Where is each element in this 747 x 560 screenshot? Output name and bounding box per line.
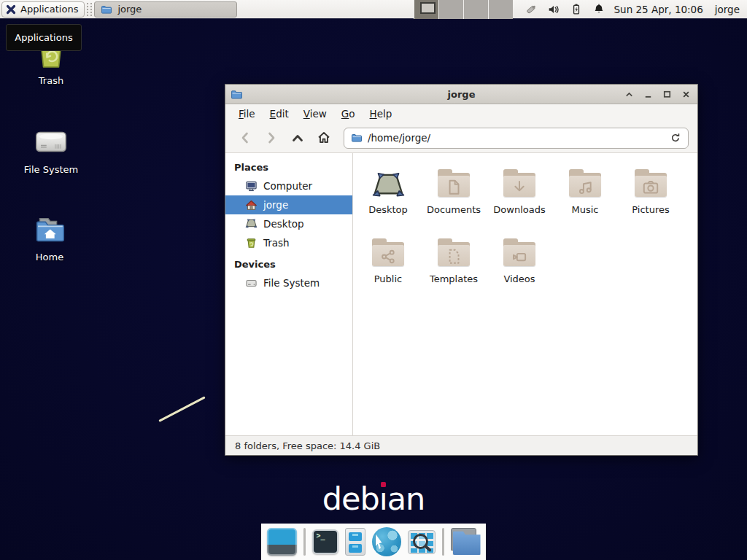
folder-label: Downloads — [493, 204, 545, 215]
folder-item-documents[interactable]: Documents — [422, 166, 486, 235]
dock — [261, 524, 486, 560]
panel-clock[interactable]: Sun 25 Apr, 10:06 — [614, 4, 703, 15]
sidebar-item-icon — [245, 218, 258, 230]
folder-item-videos[interactable]: Videos — [487, 235, 551, 304]
menu-bar: File Edit View Go Help — [225, 104, 697, 123]
dock-separator — [303, 528, 306, 556]
debian-logo-dot — [381, 482, 386, 487]
window-controls — [623, 88, 692, 101]
hard-drive-icon — [13, 121, 89, 162]
sidebar-item-computer[interactable]: Computer — [225, 176, 352, 195]
sidebar-item-icon — [245, 237, 258, 249]
path-input[interactable] — [368, 132, 665, 144]
applications-menu-label: Applications — [20, 4, 78, 15]
home-folder-icon — [12, 209, 88, 249]
taskbar-window-label: jorge — [117, 4, 142, 15]
menu-edit[interactable]: Edit — [263, 106, 296, 122]
home-button[interactable] — [313, 128, 335, 148]
maximize-button[interactable] — [661, 88, 673, 101]
workspace-window-preview — [420, 2, 436, 14]
panel-handle[interactable] — [87, 3, 92, 16]
notifications-bell-icon[interactable] — [592, 3, 605, 16]
folder-glyph-icon — [502, 166, 537, 201]
folder-item-templates[interactable]: Templates — [422, 235, 486, 304]
sidebar-item-label: Trash — [263, 237, 290, 249]
web-browser-icon[interactable] — [372, 527, 401, 556]
cursor-trail — [158, 396, 205, 421]
sidebar-item-trash[interactable]: Trash — [225, 233, 352, 252]
folder-icon — [371, 166, 406, 201]
sidebar-item-jorge[interactable]: jorge — [225, 195, 352, 214]
desktop-icon-label: Trash — [13, 75, 89, 86]
desktop-icon-file-system[interactable]: File System — [13, 121, 89, 175]
taskbar-window-button[interactable]: jorge — [94, 1, 237, 18]
sidebar-item-label: jorge — [263, 199, 288, 211]
folder-glyph-icon — [502, 235, 537, 270]
sidebar: Places Computer jorge Desktop — [225, 153, 353, 435]
workspace-cell[interactable] — [488, 0, 513, 19]
workspace-cell[interactable] — [414, 0, 438, 19]
dock-separator — [442, 528, 444, 556]
app-finder-icon[interactable] — [408, 530, 436, 554]
folder-glyph-icon — [371, 235, 406, 270]
folder-icon — [436, 166, 471, 201]
menu-help[interactable]: Help — [363, 106, 400, 122]
folder-icon — [436, 235, 471, 270]
folder-grid: Desktop Documents Downloads — [353, 153, 697, 435]
folder-glyph-icon — [436, 235, 471, 270]
window-titlebar[interactable]: jorge — [225, 85, 697, 104]
folder-label: Templates — [430, 273, 478, 284]
applications-menu-button[interactable]: Applications — [1, 1, 85, 18]
file-manager-window: jorge File Edit View Go Help — [225, 84, 698, 456]
folder-item-music[interactable]: Music — [553, 166, 617, 235]
path-folder-icon — [351, 132, 363, 144]
folder-icon — [633, 166, 668, 201]
file-manager-icon[interactable] — [345, 528, 365, 556]
folder-icon — [101, 4, 112, 15]
close-button[interactable] — [680, 88, 692, 101]
sidebar-item-label: Desktop — [263, 218, 304, 230]
workspace-cell[interactable] — [438, 0, 463, 19]
menu-view[interactable]: View — [296, 106, 334, 122]
folder-label: Videos — [503, 273, 535, 284]
volume-icon[interactable] — [547, 3, 560, 16]
terminal-icon[interactable] — [312, 529, 338, 554]
sidebar-item-desktop[interactable]: Desktop — [225, 214, 352, 233]
sidebar-item-file-system[interactable]: File System — [225, 273, 352, 292]
folder-item-public[interactable]: Public — [356, 235, 420, 304]
folder-item-pictures[interactable]: Pictures — [619, 166, 683, 235]
menu-go[interactable]: Go — [334, 106, 363, 122]
folder-glyph-icon — [371, 166, 406, 201]
sidebar-item-icon — [245, 180, 258, 192]
sidebar-item-label: Computer — [263, 180, 312, 192]
desktop-icon-home[interactable]: Home — [12, 209, 88, 262]
workspace-cell[interactable] — [463, 0, 488, 19]
up-button[interactable] — [287, 128, 309, 148]
desktop-icon-label: File System — [13, 164, 89, 175]
devices-header: Devices — [225, 255, 352, 273]
folder-label: Public — [374, 273, 402, 284]
folder-label: Music — [572, 204, 599, 215]
reload-icon[interactable] — [670, 132, 681, 144]
folder-glyph-icon — [436, 166, 471, 201]
battery-icon[interactable] — [570, 3, 583, 16]
window-content: Places Computer jorge Desktop — [225, 153, 697, 435]
places-list: Computer jorge Desktop Trash — [225, 176, 352, 252]
folder-item-downloads[interactable]: Downloads — [487, 166, 551, 235]
back-button[interactable] — [234, 128, 256, 148]
user-menu[interactable]: jorge — [715, 4, 740, 15]
show-desktop-icon[interactable] — [267, 528, 297, 556]
desktop-icon-label: Home — [12, 252, 88, 262]
xfce-logo-icon — [5, 4, 17, 15]
debian-logo: debıan — [0, 481, 747, 517]
address-bar[interactable] — [344, 128, 689, 149]
folder-launcher-icon[interactable] — [451, 531, 481, 555]
tray-device-icon[interactable] — [525, 3, 538, 16]
folder-icon — [568, 166, 603, 201]
forward-button[interactable] — [260, 128, 282, 148]
menu-file[interactable]: File — [231, 106, 263, 122]
minimize-button[interactable] — [642, 88, 654, 101]
status-bar: 8 folders, Free space: 14.4 GiB — [225, 435, 697, 455]
shade-button[interactable] — [623, 88, 635, 101]
folder-item-desktop[interactable]: Desktop — [356, 166, 420, 235]
